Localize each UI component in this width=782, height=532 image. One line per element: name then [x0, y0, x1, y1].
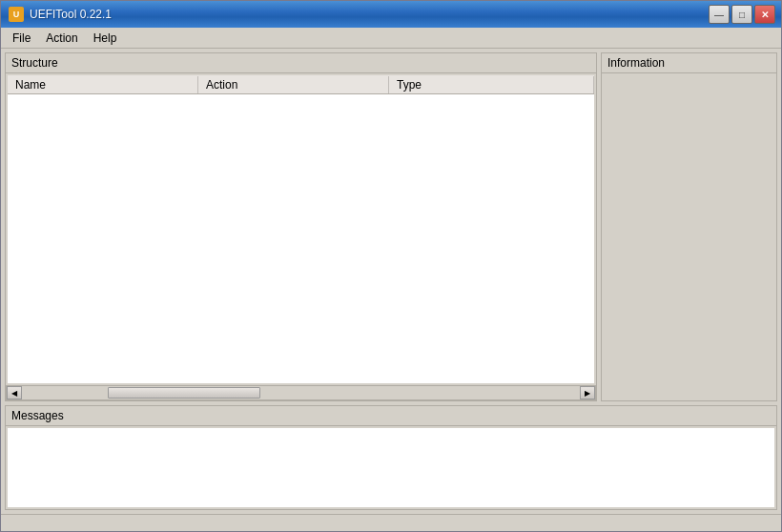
- structure-panel: Structure Name Action Type ◀ ▶: [5, 52, 597, 401]
- window-controls: — □ ✕: [709, 5, 775, 24]
- menu-bar: File Action Help: [1, 28, 781, 49]
- app-icon: U: [9, 7, 24, 22]
- structure-panel-header: Structure: [6, 53, 596, 73]
- scroll-thumb-area: [22, 386, 580, 399]
- information-panel-header: Information: [602, 53, 776, 73]
- horizontal-scrollbar[interactable]: ◀ ▶: [6, 385, 596, 400]
- close-button[interactable]: ✕: [754, 5, 775, 24]
- main-window: U UEFITool 0.22.1 — □ ✕ File Action Help…: [0, 0, 782, 532]
- scroll-left-button[interactable]: ◀: [7, 386, 22, 399]
- title-bar: U UEFITool 0.22.1 — □ ✕: [1, 1, 781, 28]
- maximize-button[interactable]: □: [731, 5, 752, 24]
- upper-section: Structure Name Action Type ◀ ▶: [5, 52, 777, 401]
- menu-file[interactable]: File: [5, 30, 38, 47]
- column-header-action: Action: [198, 76, 389, 93]
- scroll-thumb[interactable]: [108, 387, 260, 399]
- window-title: UEFITool 0.22.1: [30, 8, 112, 21]
- table-body[interactable]: [8, 94, 594, 383]
- status-bar: [1, 514, 781, 531]
- messages-body[interactable]: [8, 428, 774, 507]
- title-bar-left: U UEFITool 0.22.1: [9, 7, 112, 22]
- main-content: Structure Name Action Type ◀ ▶: [1, 49, 781, 514]
- structure-table: Name Action Type: [8, 75, 594, 383]
- information-body: [604, 75, 774, 399]
- table-header: Name Action Type: [8, 75, 594, 94]
- scroll-right-button[interactable]: ▶: [580, 386, 595, 399]
- minimize-button[interactable]: —: [709, 5, 730, 24]
- menu-action[interactable]: Action: [38, 30, 85, 47]
- column-header-name: Name: [8, 76, 198, 93]
- messages-panel-header: Messages: [6, 406, 776, 426]
- menu-help[interactable]: Help: [86, 30, 125, 47]
- messages-panel: Messages: [5, 405, 777, 510]
- column-header-type: Type: [389, 76, 594, 93]
- information-panel: Information: [601, 52, 777, 401]
